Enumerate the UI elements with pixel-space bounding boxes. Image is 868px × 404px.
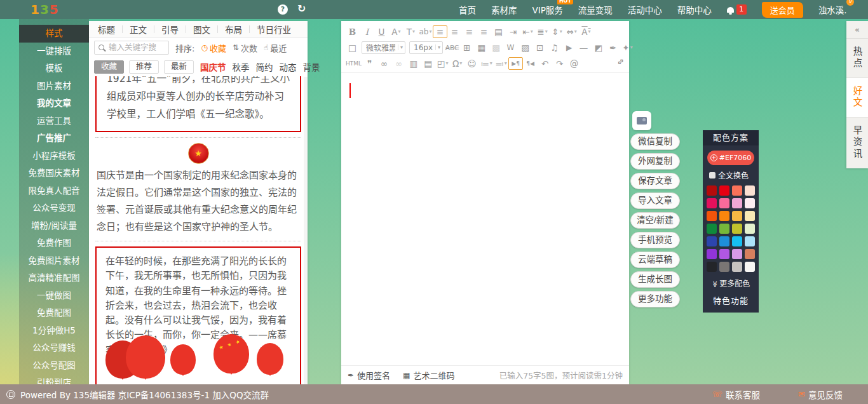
sidebar-item[interactable]: 公众号赚钱 [19,339,89,357]
image-upload-icon[interactable]: ▦ [474,41,489,54]
sidebar-item[interactable]: 小程序模板 [19,147,89,165]
style-tab[interactable]: 布局 [225,23,257,36]
sidebar-item[interactable]: 样式 [19,25,89,43]
font-family-select[interactable]: 微软雅黑▾ [362,41,405,54]
color-swatch[interactable] [707,224,717,234]
filter-button[interactable]: 收藏 [94,60,124,74]
editor-canvas[interactable] [341,73,629,370]
action-button[interactable]: 更多功能 [630,291,680,307]
recolor-all-checkbox[interactable]: 全文换色 [709,170,759,180]
tab-good-articles[interactable]: 好文 [846,78,868,118]
filter-button[interactable]: 最新 [164,60,194,74]
divider-icon[interactable]: — [576,41,591,54]
accent-color-button[interactable]: +#EF7060 [707,151,754,165]
font-style-icon[interactable]: T▾ [403,25,418,38]
filter-tag[interactable]: 背景 [303,60,320,73]
sidebar-item[interactable]: 1分钟做H5 [19,322,89,340]
color-swatch[interactable] [707,249,717,259]
nav-vip-service[interactable]: VIP服务HOT [532,3,563,16]
sidebar-item[interactable]: 免费作图 [19,234,89,252]
color-swatch[interactable] [745,236,755,246]
color-swatch[interactable] [707,185,717,196]
font-size-select[interactable]: 16px▾ [409,41,443,54]
redo-icon[interactable]: ↷ [552,57,567,70]
color-swatch[interactable] [745,198,755,208]
color-swatch[interactable] [745,262,755,272]
color-swatch[interactable] [719,236,729,246]
align-left-icon[interactable]: ≡ [433,25,447,38]
color-swatch[interactable] [719,185,729,196]
highlight-color-icon[interactable]: ab▾ [418,25,433,38]
sidebar-item[interactable]: 公众号变现 [19,199,89,217]
sidebar-item[interactable]: 运营工具 [19,112,89,130]
text-case-icon[interactable]: A▾ [579,25,593,38]
html-source-icon[interactable]: HTML [345,57,362,70]
style-tab[interactable]: 引导 [161,23,193,36]
style-template-card[interactable]: 1921年“五一”前夕，在北京的共产主义小组成员邓中夏等人创办的长辛店劳动补习学… [95,76,301,132]
action-button[interactable]: 清空/新建 [630,212,680,229]
color-swatch[interactable] [732,262,742,272]
action-button[interactable]: 生成长图 [630,271,680,288]
color-swatch[interactable] [732,249,742,259]
color-swatch[interactable] [732,236,742,246]
user-menu[interactable]: 浊水溪.V [818,3,847,16]
sidebar-item[interactable]: 引粉到店 [19,374,89,384]
sidebar-item[interactable]: 我的文章 [19,95,89,112]
filter-tag[interactable]: 动态 [280,60,297,73]
summary-icon[interactable]: ▤ [421,57,435,70]
image-link-icon[interactable]: ▨ [518,41,532,54]
color-swatch[interactable] [719,198,729,208]
video-icon[interactable]: ▶ [562,41,576,54]
style-template-card[interactable]: 在年轻的时候，在那些充满了阳光的长长的下午，我无所事事，也无所惧怕，只因为我知道… [95,246,301,384]
notifications-button[interactable]: 1 [727,4,747,15]
color-swatch[interactable] [745,211,755,221]
color-swatch[interactable] [707,262,717,272]
nav-activity-center[interactable]: 活动中心 [628,3,662,16]
style-tab[interactable]: 标题 [98,23,130,36]
special-char-icon[interactable]: Ω▾ [450,57,465,70]
more-colors-button[interactable]: ≫更多配色 [703,278,759,288]
sidebar-item[interactable]: 公众号配图 [19,357,89,375]
action-button[interactable]: 微信复制 [630,133,680,150]
color-swatch[interactable] [707,211,717,221]
fullscreen-icon[interactable]: ⇕ [614,56,626,67]
eraser-icon[interactable]: ◩ [591,41,606,54]
sort-option[interactable]: ☝最近 [264,42,287,54]
sidebar-item[interactable]: 免费配图 [19,304,89,322]
image-settings-button[interactable] [632,111,651,130]
style-template-card[interactable]: ★ 国庆节是由一个国家制定的用来纪念国家本身的法定假日。它们通常是这个国家的独立… [95,143,301,236]
filter-button[interactable]: 推荐 [129,60,159,74]
link-icon[interactable]: ∞ [377,57,391,70]
undo-icon[interactable]: ↶ [538,57,552,70]
nav-help-center[interactable]: 帮助中心 [677,3,712,16]
action-button[interactable]: 手机预览 [630,232,680,248]
align-right-icon[interactable]: ≡ [462,25,477,38]
action-button[interactable]: 外网复制 [630,153,680,170]
filter-tag[interactable]: 简约 [256,60,273,73]
action-button[interactable]: 导入文章 [630,192,680,209]
indent-icon[interactable]: ⇥ [506,25,520,38]
contact-service-link[interactable]: ☏联系客服 [712,388,760,401]
strikethrough-icon[interactable]: ABC [445,41,459,54]
insert-frame-icon[interactable]: ◰▾ [435,57,450,70]
outdent-icon[interactable]: ⇤▾ [520,25,535,38]
blockquote-icon[interactable]: ❞ [362,57,377,70]
sidebar-item[interactable]: 高清精准配图 [19,269,89,287]
color-swatch[interactable] [745,249,755,259]
color-swatch[interactable] [707,198,717,208]
font-color-icon[interactable]: A▾ [389,25,403,38]
sidebar-item[interactable]: 一键做图 [19,287,89,305]
audio-icon[interactable]: ♫ [547,41,562,54]
ltr-paragraph-icon[interactable]: ▶¶ [508,57,523,70]
new-document-icon[interactable]: □ [345,41,360,54]
paragraph-space-icon[interactable]: ≣▾ [535,25,550,38]
letter-space-icon[interactable]: ⇔▾ [564,25,579,38]
table-icon[interactable]: ⊞ [459,41,474,54]
refresh-icon[interactable]: ↻ [297,3,306,15]
action-button[interactable]: 云端草稿 [630,252,680,268]
unlink-icon[interactable]: ∞ [391,57,406,70]
tab-morning-news[interactable]: 早资讯 [846,118,868,168]
color-swatch[interactable] [732,224,742,234]
italic-icon[interactable]: I [360,25,374,38]
style-tab[interactable]: 节日行业 [257,23,291,36]
